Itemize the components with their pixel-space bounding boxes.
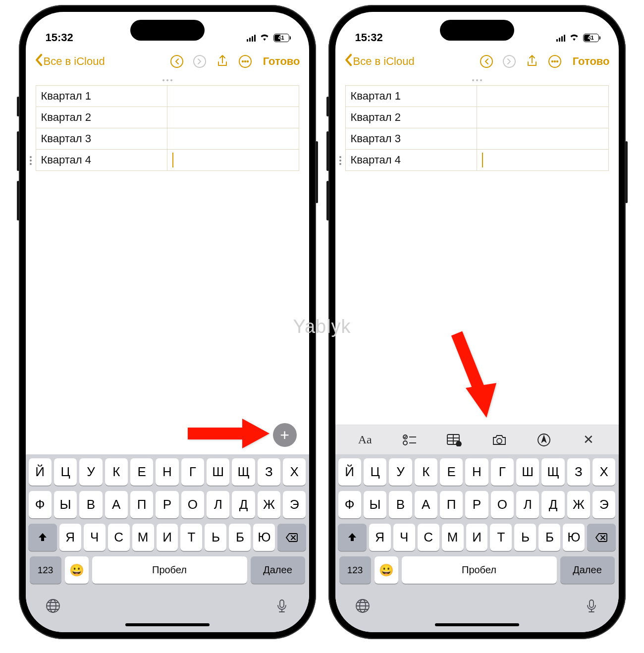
letter-key[interactable]: У (389, 458, 412, 486)
note-table-area[interactable]: Квартал 1 Квартал 2 Квартал 3 Квартал 4 (26, 79, 309, 165)
keyboard[interactable]: ЙЦУКЕНГШЩЗХ ФЫВАПРОЛДЖЭ ЯЧСМИТЬБЮ 123 😀 … (26, 454, 309, 632)
letter-key[interactable]: Е (130, 458, 153, 486)
emoji-key[interactable]: 😀 (375, 556, 398, 584)
letter-key[interactable]: Ю (563, 524, 585, 551)
letter-key[interactable]: Э (283, 491, 306, 518)
letter-key[interactable]: Я (59, 524, 81, 551)
format-text-button[interactable]: Aa (356, 431, 375, 449)
letter-key[interactable]: Ы (54, 491, 77, 518)
letter-key[interactable]: С (418, 524, 439, 551)
shift-key[interactable] (28, 524, 56, 551)
letter-key[interactable]: Ы (364, 491, 386, 518)
letter-key[interactable]: Т (490, 524, 512, 551)
letter-key[interactable]: М (132, 524, 154, 551)
note-table[interactable]: Квартал 1 Квартал 2 Квартал 3 Квартал 4 (345, 85, 609, 171)
emoji-key[interactable]: 😀 (65, 556, 89, 584)
letter-key[interactable]: Х (592, 458, 615, 486)
add-button[interactable]: + (273, 423, 297, 447)
letter-key[interactable]: Р (156, 491, 178, 518)
letter-key[interactable]: Ц (54, 458, 77, 486)
table-cell[interactable] (477, 86, 609, 107)
markup-button[interactable] (535, 431, 553, 449)
letter-key[interactable]: О (181, 491, 204, 518)
table-button[interactable] (445, 431, 464, 449)
letter-key[interactable]: Д (232, 491, 255, 518)
letter-key[interactable]: П (130, 491, 153, 518)
letter-key[interactable]: Б (229, 524, 251, 551)
letter-key[interactable]: Э (592, 491, 615, 518)
letter-key[interactable]: С (108, 524, 130, 551)
back-button[interactable]: Все в iCloud (35, 54, 105, 69)
letter-key[interactable]: Ь (205, 524, 226, 551)
letter-key[interactable]: Б (538, 524, 560, 551)
letter-key[interactable]: Т (180, 524, 202, 551)
letter-key[interactable]: И (157, 524, 178, 551)
share-button[interactable] (523, 53, 541, 70)
undo-button[interactable] (478, 53, 495, 70)
letter-key[interactable]: Щ (541, 458, 564, 486)
letter-key[interactable]: Ф (29, 491, 52, 518)
undo-button[interactable] (168, 53, 186, 70)
more-button[interactable] (546, 53, 564, 70)
table-cell[interactable]: Квартал 1 (36, 86, 167, 107)
table-cell[interactable]: Квартал 1 (345, 86, 477, 107)
letter-key[interactable]: Й (29, 458, 52, 486)
letter-key[interactable]: Ж (567, 491, 590, 518)
letter-key[interactable]: У (79, 458, 102, 486)
table-cell[interactable] (477, 128, 609, 150)
table-cell[interactable] (167, 86, 299, 107)
letter-key[interactable]: Ч (393, 524, 415, 551)
delete-key[interactable] (277, 524, 306, 551)
letter-key[interactable]: Д (541, 491, 564, 518)
letter-key[interactable]: М (442, 524, 464, 551)
table-cell[interactable]: Квартал 2 (36, 107, 167, 128)
done-button[interactable]: Готово (573, 55, 610, 68)
note-table[interactable]: Квартал 1 Квартал 2 Квартал 3 Квартал 4 (36, 85, 299, 171)
close-toolbar-button[interactable]: ✕ (579, 431, 598, 449)
letter-key[interactable]: Ш (516, 458, 539, 486)
letter-key[interactable]: Ш (207, 458, 229, 486)
delete-key[interactable] (587, 524, 615, 551)
mic-key[interactable] (274, 598, 290, 616)
globe-key[interactable] (355, 598, 371, 616)
letter-key[interactable]: Г (491, 458, 514, 486)
keyboard[interactable]: ЙЦУКЕНГШЩЗХ ФЫВАПРОЛДЖЭ ЯЧСМИТЬБЮ 123 😀 … (335, 454, 619, 632)
letter-key[interactable]: Щ (232, 458, 255, 486)
mic-key[interactable] (584, 598, 599, 616)
table-cell[interactable]: Квартал 3 (36, 128, 167, 150)
letter-key[interactable]: Г (181, 458, 204, 486)
row-handle-icon[interactable] (339, 156, 341, 165)
next-key[interactable]: Далее (251, 556, 305, 584)
camera-button[interactable] (490, 431, 509, 449)
table-cell[interactable] (167, 128, 299, 150)
letter-key[interactable]: Ф (338, 491, 361, 518)
letter-key[interactable]: А (415, 491, 437, 518)
table-cell[interactable]: Квартал 3 (345, 128, 477, 150)
row-handle-icon[interactable] (30, 156, 32, 165)
letter-key[interactable]: И (466, 524, 488, 551)
letter-key[interactable]: К (105, 458, 128, 486)
numeric-key[interactable]: 123 (339, 556, 371, 584)
letter-key[interactable]: З (258, 458, 280, 486)
letter-key[interactable]: В (389, 491, 412, 518)
home-indicator[interactable] (125, 623, 210, 626)
letter-key[interactable]: Х (283, 458, 306, 486)
back-button[interactable]: Все в iCloud (344, 54, 415, 69)
letter-key[interactable]: Л (516, 491, 539, 518)
letter-key[interactable]: П (440, 491, 463, 518)
table-cell[interactable] (477, 107, 609, 128)
globe-key[interactable] (45, 598, 61, 616)
letter-key[interactable]: Н (465, 458, 488, 486)
letter-key[interactable]: Я (369, 524, 391, 551)
letter-key[interactable]: Ч (84, 524, 106, 551)
letter-key[interactable]: Л (207, 491, 229, 518)
letter-key[interactable]: В (79, 491, 102, 518)
home-indicator[interactable] (435, 623, 519, 626)
space-key[interactable]: Пробел (92, 556, 247, 584)
share-button[interactable] (214, 53, 231, 70)
letter-key[interactable]: А (105, 491, 128, 518)
column-handle-icon[interactable] (345, 79, 609, 81)
shift-key[interactable] (338, 524, 366, 551)
more-button[interactable] (236, 53, 254, 70)
space-key[interactable]: Пробел (402, 556, 557, 584)
